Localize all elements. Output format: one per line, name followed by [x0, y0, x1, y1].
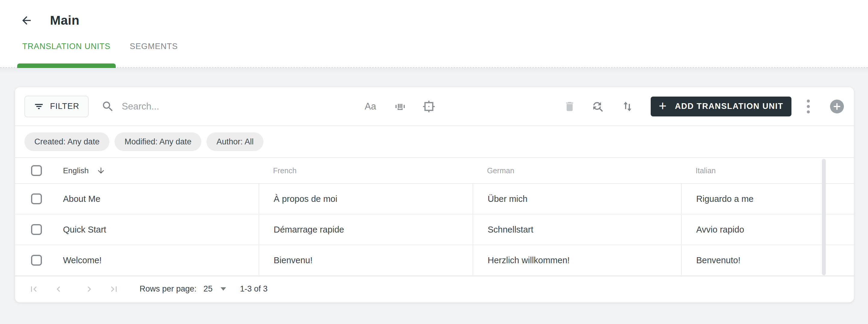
selection-frame-button[interactable]: [422, 100, 435, 113]
rows-per-page-select[interactable]: 25: [204, 284, 226, 294]
match-case-button[interactable]: Aa: [363, 101, 378, 112]
whole-word-icon-button[interactable]: [394, 100, 406, 113]
tab-translation-units[interactable]: TRANSLATION UNITS: [17, 42, 116, 67]
page: Main TRANSLATION UNITS SEGMENTS FILTER: [0, 0, 868, 324]
cell-gutter: [824, 184, 854, 214]
plus-circle-icon: [833, 102, 841, 111]
filter-button[interactable]: FILTER: [24, 96, 89, 117]
selection-frame-icon: [422, 100, 435, 113]
last-page-icon: [108, 284, 119, 294]
sort-button[interactable]: [621, 100, 634, 113]
column-header-german[interactable]: German: [472, 166, 681, 175]
search-input[interactable]: [122, 101, 333, 112]
search-box: [101, 100, 333, 113]
cell-italian: Riguardo a me: [681, 184, 824, 214]
row-checkbox-cell: [15, 184, 63, 214]
caret-down-icon: [221, 287, 226, 291]
cell-german: Schnellstart: [472, 215, 681, 245]
filter-chips-row: Created: Any date Modified: Any date Aut…: [15, 126, 854, 158]
cell-english: Welcome!: [63, 245, 258, 275]
table-row[interactable]: Quick Start Démarrage rapide Schnellstar…: [15, 215, 854, 245]
column-header-english[interactable]: English: [63, 166, 258, 175]
whole-word-icon: [394, 100, 406, 113]
add-circle-button[interactable]: [830, 100, 844, 113]
column-header-label: English: [63, 166, 89, 175]
sort-up-down-icon: [621, 100, 634, 113]
filter-button-label: FILTER: [50, 102, 79, 111]
add-translation-unit-label: ADD TRANSLATION UNIT: [675, 102, 783, 111]
chip-label: Author: All: [216, 137, 253, 146]
row-checkbox[interactable]: [31, 224, 42, 235]
search-options: Aa: [363, 100, 435, 113]
plus-icon: +: [659, 99, 667, 112]
toolbar: FILTER Aa: [15, 87, 854, 126]
arrow-left-icon: [20, 14, 33, 27]
delete-button[interactable]: [564, 101, 576, 112]
first-page-button[interactable]: [28, 284, 39, 294]
cell-english: About Me: [63, 184, 258, 214]
content-area: FILTER Aa: [0, 68, 868, 324]
first-page-icon: [28, 284, 39, 294]
tab-segments[interactable]: SEGMENTS: [125, 42, 183, 67]
translation-units-table: English French German Italian About Me: [15, 158, 854, 276]
filter-icon: [34, 101, 44, 112]
header-checkbox-cell: [15, 158, 63, 183]
rows-per-page-label: Rows per page:: [140, 284, 196, 294]
back-button[interactable]: [20, 14, 33, 27]
last-page-button[interactable]: [108, 284, 119, 294]
page-title: Main: [50, 13, 80, 28]
active-tab-indicator: [17, 64, 116, 68]
cell-english: Quick Start: [63, 215, 258, 245]
row-checkbox-cell: [15, 215, 63, 245]
translation-units-card: FILTER Aa: [15, 87, 854, 302]
more-options-button[interactable]: [806, 99, 811, 114]
chip-author[interactable]: Author: All: [207, 132, 264, 151]
add-translation-unit-button[interactable]: + ADD TRANSLATION UNIT: [651, 97, 792, 116]
pagination-bar: Rows per page: 25 1-3 of 3: [15, 276, 854, 301]
cell-french: Bienvenu!: [258, 245, 472, 275]
row-checkbox[interactable]: [31, 193, 42, 204]
next-page-button[interactable]: [84, 284, 95, 294]
cell-italian: Avvio rapido: [681, 215, 824, 245]
row-checkbox[interactable]: [31, 255, 42, 266]
previous-page-button[interactable]: [53, 284, 64, 294]
chip-created[interactable]: Created: Any date: [24, 132, 110, 151]
table-header-row: English French German Italian: [15, 158, 854, 184]
cell-french: À propos de moi: [258, 184, 472, 214]
sort-arrow-down-icon: [96, 166, 105, 175]
chip-modified[interactable]: Modified: Any date: [115, 132, 201, 151]
column-header-french[interactable]: French: [258, 166, 472, 175]
column-header-italian[interactable]: Italian: [681, 166, 824, 175]
cell-gutter: [824, 245, 854, 275]
chip-label: Modified: Any date: [124, 137, 191, 146]
find-replace-icon: [591, 100, 604, 113]
table-row[interactable]: Welcome! Bienvenu! Herzlich willkommen! …: [15, 245, 854, 276]
cell-gutter: [824, 215, 854, 245]
kebab-menu-icon: [806, 99, 811, 114]
chevron-right-icon: [84, 284, 95, 294]
chevron-left-icon: [53, 284, 64, 294]
cell-german: Über mich: [472, 184, 681, 214]
row-checkbox-cell: [15, 245, 63, 275]
table-row[interactable]: About Me À propos de moi Über mich Rigua…: [15, 184, 854, 215]
rows-per-page-value: 25: [204, 284, 213, 294]
chip-label: Created: Any date: [34, 137, 99, 146]
select-all-checkbox[interactable]: [31, 165, 42, 176]
trash-icon: [564, 101, 576, 112]
cell-italian: Benvenuto!: [681, 245, 824, 275]
page-header: Main TRANSLATION UNITS SEGMENTS: [0, 0, 868, 68]
vertical-scrollbar[interactable]: [822, 159, 826, 275]
cell-french: Démarrage rapide: [258, 215, 472, 245]
cell-german: Herzlich willkommen!: [472, 245, 681, 275]
find-replace-button[interactable]: [591, 100, 604, 113]
pagination-range: 1-3 of 3: [240, 284, 268, 294]
tab-label: SEGMENTS: [130, 42, 178, 51]
tab-bar: TRANSLATION UNITS SEGMENTS: [17, 42, 183, 67]
title-row: Main: [0, 0, 868, 28]
tab-label: TRANSLATION UNITS: [22, 42, 111, 51]
search-icon: [101, 100, 115, 113]
